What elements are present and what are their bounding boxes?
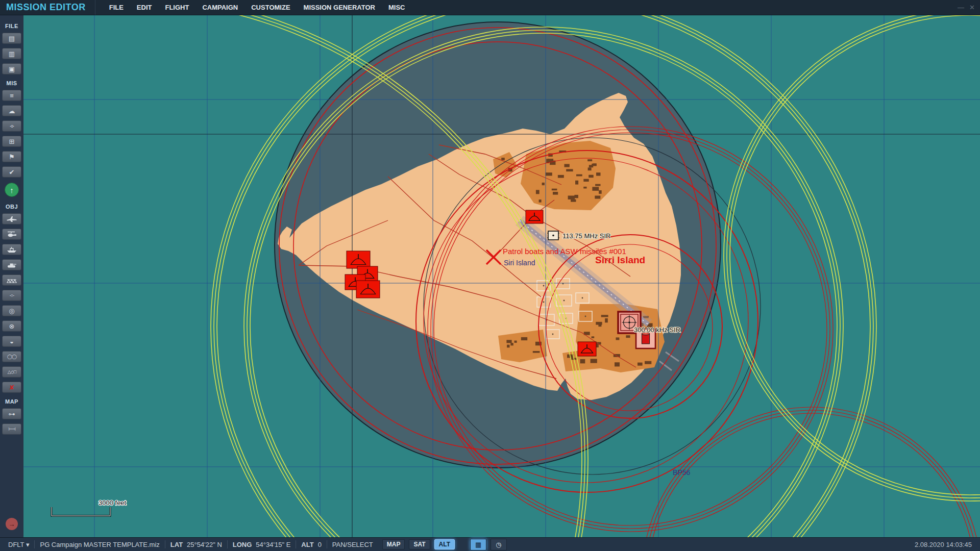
open-mission-icon: ▥ bbox=[9, 51, 15, 57]
flags-icon: ⚑ bbox=[9, 154, 15, 160]
tool-add-effect[interactable]: ⊗ bbox=[2, 320, 21, 332]
close-button[interactable]: ✕ bbox=[969, 4, 975, 11]
building bbox=[546, 172, 552, 176]
tool-add-vehicle[interactable] bbox=[2, 259, 21, 270]
building-dot bbox=[582, 297, 583, 299]
mission-check-icon: ✔ bbox=[9, 169, 15, 176]
tool-open-mission[interactable]: ▥ bbox=[2, 48, 21, 59]
weather-icon: ☁ bbox=[9, 108, 15, 114]
tool-add-template[interactable]: ◎ bbox=[2, 305, 21, 316]
latitude-readout: LAT25°54'22" N bbox=[170, 541, 222, 548]
menu-mission-generator[interactable]: MISSION GENERATOR bbox=[297, 0, 382, 15]
red-threat-ring bbox=[642, 407, 980, 537]
building bbox=[536, 190, 540, 194]
tool-add-group[interactable]: ◯◯ bbox=[2, 351, 21, 362]
tool-save-mission[interactable]: ▣ bbox=[2, 63, 21, 74]
building bbox=[521, 337, 527, 340]
tool-add-ship[interactable] bbox=[2, 244, 21, 255]
add-group-icon: ◯◯ bbox=[7, 355, 16, 359]
layer-selector[interactable]: DFLT ▾ bbox=[0, 541, 29, 548]
window-controls: — ✕ bbox=[958, 4, 980, 11]
tool-weather[interactable]: ☁ bbox=[2, 105, 21, 116]
map-label: BP56 bbox=[673, 468, 690, 477]
building bbox=[615, 362, 620, 366]
building bbox=[565, 164, 570, 167]
tool-mission-check[interactable]: ✔ bbox=[2, 166, 21, 178]
tool-map-options[interactable]: ⊶ bbox=[2, 408, 21, 419]
unit-bunker[interactable] bbox=[578, 342, 596, 356]
building bbox=[507, 345, 509, 348]
exit-editor-button[interactable]: → bbox=[6, 518, 18, 530]
altitude-readout: ALT0 bbox=[301, 541, 322, 548]
menu-edit[interactable]: EDIT bbox=[130, 0, 159, 15]
beacon-label: 113.75 MHz SIR bbox=[562, 232, 610, 240]
building-dot bbox=[585, 316, 586, 317]
tool-distance-tool[interactable]: ⊢⊣ bbox=[2, 423, 21, 435]
toolbar-sidebar: FILE▤▥▣MIS≡☁-o-⊞⚑✔↑OBJ-○-◎⊗◒◯◯△◇□✘MAP⊶⊢⊣… bbox=[0, 15, 23, 537]
yellow-threat-ring bbox=[727, 15, 980, 498]
scale-label: 3000 feet bbox=[99, 499, 127, 507]
tool-add-farp[interactable]: ◒ bbox=[2, 336, 21, 347]
briefing-icon: ≡ bbox=[10, 92, 14, 99]
status-bar: DFLT ▾ PG Campaign MASTER TEMPLATE.miz L… bbox=[0, 537, 980, 551]
tool-add-train[interactable] bbox=[2, 274, 21, 286]
building bbox=[595, 196, 600, 199]
yellow-threat-ring bbox=[730, 15, 980, 495]
vor-beacon-icon[interactable] bbox=[547, 231, 559, 240]
tool-delete-object[interactable]: ✘ bbox=[2, 382, 21, 393]
menu-bar: FILEEDITFLIGHTCAMPAIGNCUSTOMIZEMISSION G… bbox=[95, 0, 412, 15]
tool-briefing[interactable]: ≡ bbox=[2, 90, 21, 101]
menu-flight[interactable]: FLIGHT bbox=[158, 0, 195, 15]
tool-add-static-object[interactable]: -○- bbox=[2, 290, 21, 301]
building bbox=[576, 174, 582, 177]
add-template-icon: ◎ bbox=[9, 308, 14, 314]
menu-customize[interactable]: CUSTOMIZE bbox=[244, 0, 297, 15]
building bbox=[583, 187, 586, 189]
building bbox=[533, 351, 540, 353]
building bbox=[638, 363, 643, 366]
building-dot bbox=[552, 334, 554, 335]
building bbox=[589, 175, 594, 178]
cursor-mode: PAN/SELECT bbox=[332, 541, 373, 548]
menu-campaign[interactable]: CAMPAIGN bbox=[195, 0, 244, 15]
helicopter-icon bbox=[6, 231, 18, 238]
building bbox=[626, 335, 630, 338]
tool-add-helicopter[interactable] bbox=[2, 229, 21, 240]
app-title: MISSION EDITOR bbox=[0, 2, 95, 13]
building bbox=[539, 199, 542, 203]
separator bbox=[34, 540, 35, 548]
map-view-button[interactable]: MAP bbox=[382, 539, 405, 549]
section-label-file: FILE bbox=[5, 23, 18, 29]
unit-bunker[interactable] bbox=[347, 251, 370, 268]
map-canvas[interactable]: 113.75 MHz SIR300.00 kHz SIRPatrol boats… bbox=[23, 15, 980, 537]
tool-flags[interactable]: ⚑ bbox=[2, 151, 21, 162]
building bbox=[588, 167, 592, 170]
chevron-down-icon: ▾ bbox=[26, 541, 30, 548]
section-label-mis: MIS bbox=[6, 80, 17, 86]
tool-add-airplane[interactable] bbox=[2, 213, 21, 224]
tool-triggers[interactable]: -o- bbox=[2, 120, 21, 132]
tool-trigger-zones[interactable]: ⊞ bbox=[2, 136, 21, 147]
sat-view-button[interactable]: SAT bbox=[409, 539, 430, 549]
building bbox=[616, 337, 620, 340]
building bbox=[592, 187, 599, 191]
unit-bunker[interactable] bbox=[526, 210, 543, 223]
mission-time-button[interactable]: ◷ bbox=[491, 539, 507, 550]
tool-new-mission[interactable]: ▤ bbox=[2, 33, 21, 44]
clock-icon: ◷ bbox=[496, 541, 501, 548]
building bbox=[553, 192, 558, 195]
building bbox=[587, 159, 592, 161]
minimize-button[interactable]: — bbox=[958, 4, 964, 11]
show-units-toggle[interactable]: ▦ bbox=[470, 539, 486, 550]
building bbox=[605, 318, 608, 322]
menu-file[interactable]: FILE bbox=[103, 0, 130, 15]
alt-view-button[interactable]: ALT bbox=[434, 539, 455, 549]
building bbox=[575, 181, 578, 185]
tool-spawn-point[interactable]: ↑ bbox=[5, 183, 19, 197]
unit-bunker[interactable] bbox=[356, 281, 380, 298]
menu-misc[interactable]: MISC bbox=[382, 0, 412, 15]
tool-draw-shapes[interactable]: △◇□ bbox=[2, 366, 21, 378]
building-dot bbox=[543, 302, 545, 303]
building bbox=[552, 189, 557, 191]
separator bbox=[327, 540, 327, 548]
